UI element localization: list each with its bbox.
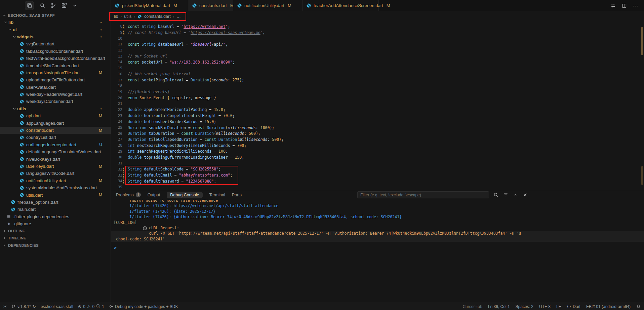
breadcrumb-lib[interactable]: lib xyxy=(114,14,118,19)
encoding-setting[interactable]: UTF-8 xyxy=(539,304,551,309)
code-line-26[interactable]: 26Duration tabDuration = const Duration(… xyxy=(111,130,644,137)
code-line-28[interactable]: 28int nextSearchRequestQueryTimeInMilliS… xyxy=(111,143,644,149)
debug-launch[interactable]: Debug my code + packages + SDK xyxy=(109,304,178,309)
tree-item-labelkeys-dart[interactable]: labelKeys.dartM xyxy=(0,163,111,170)
code-line-11[interactable]: 11const String databaseUrl = "$baseUrl/a… xyxy=(111,41,644,47)
console-line-7[interactable]: curl -X GET 'https://wrteam.net/api/staf… xyxy=(111,231,644,236)
tree-item-transportnavigationtile-dart[interactable]: transportNavigationTile.dartM xyxy=(0,69,111,76)
tree-item-weekdayheaderswidget-dart[interactable]: weekdayHeadersWidget.dart xyxy=(0,91,111,98)
code-line-17[interactable]: 17const socketPingInterval = Duration(se… xyxy=(111,77,644,83)
code-line-23[interactable]: 23double horizontalCompetitionListHeight… xyxy=(111,113,644,119)
console-filter-input[interactable] xyxy=(357,191,489,198)
tree-item-svgbutton-dart[interactable]: svgButton.dart xyxy=(0,40,111,47)
more-actions-icon[interactable]: ··· xyxy=(633,3,639,8)
code-line-32[interactable]: 32String defaultSchoolCode = "SCH2025558… xyxy=(111,166,644,172)
tree-item-countrylist-dart[interactable]: countryList.dart xyxy=(0,134,111,141)
console-line-6[interactable]: cURL Request: xyxy=(111,225,644,231)
remote-indicator[interactable]: >< xyxy=(3,305,7,308)
language-mode[interactable]: {} Dart xyxy=(567,304,580,309)
code-area[interactable]: 8const String baseUrl = "https://wrteam.… xyxy=(111,24,644,190)
code-line-25[interactable]: 25Duration snackBarDuration = const Dura… xyxy=(111,125,644,131)
open-changes-icon[interactable] xyxy=(610,3,616,8)
tree-item-gitignore[interactable]: .gitignore xyxy=(0,220,111,227)
tree-item-main-dart[interactable]: main.dart xyxy=(0,206,111,213)
code-line-18[interactable]: 18 xyxy=(111,83,644,89)
code-line-34[interactable]: 34String defaultPassword = "1234567888"; xyxy=(111,178,644,184)
console-prompt[interactable]: > xyxy=(114,245,117,250)
code-line-30[interactable]: 30double topPaddingOfErrorAndLoadingCont… xyxy=(111,154,644,160)
tree-item-timetableslotcontainer-dart[interactable]: timetableSlotContainer.dart xyxy=(0,62,111,69)
split-editor-icon[interactable] xyxy=(621,3,627,8)
code-line-33[interactable]: 33String defaultEmail = "abhay@netsofter… xyxy=(111,172,644,178)
code-line-12[interactable]: 12 xyxy=(111,47,644,53)
section-outline[interactable]: OUTLINE xyxy=(0,227,111,234)
code-line-22[interactable]: 22double appContentHorizontalPadding = 1… xyxy=(111,107,644,113)
tree-item-ui[interactable]: ui● xyxy=(0,26,111,33)
tree-item-uploadimageorfilebutton-dart[interactable]: uploadImageOrFileButton.dart xyxy=(0,76,111,83)
code-line-31[interactable]: 31 xyxy=(111,160,644,166)
branch-status[interactable]: v.1.8.1* ↻ xyxy=(11,304,36,309)
tree-item-textwithfadedbackgroundcontainer-dart[interactable]: textWithFadedBackgroundContainer.dart xyxy=(0,55,111,62)
code-line-27[interactable]: 27Duration tileCollapsedDuration = const… xyxy=(111,137,644,143)
breadcrumb-symbol[interactable]: … xyxy=(176,14,181,19)
project-name[interactable]: eschool-saas-staff xyxy=(41,304,73,309)
extensions-icon[interactable] xyxy=(61,3,67,8)
device-target[interactable]: EB2101 (android-arm64) xyxy=(586,304,631,309)
tree-item-curlloggerinterceptor-dart[interactable]: curlLoggerInterceptor.dartU xyxy=(0,141,111,148)
code-line-14[interactable]: 14const socketUrl = "ws://193.203.162.25… xyxy=(111,59,644,65)
tree-item-flutter-plugins-dependencies[interactable]: .flutter-plugins-dependencies xyxy=(0,213,111,220)
console-line-5[interactable]: [CURL_LOG] xyxy=(111,220,644,225)
tree-item-applanguages-dart[interactable]: appLanguages.dart xyxy=(0,119,111,126)
tree-item-useravatar-dart[interactable]: userAvatar.dart xyxy=(0,84,111,91)
filter-lines-icon[interactable] xyxy=(503,192,508,197)
tree-item-lib[interactable]: lib● xyxy=(0,19,111,26)
code-line-20[interactable]: 20enum SocketEvent { register, message } xyxy=(111,95,644,101)
tree-item-weekdayscontainer-dart[interactable]: weekdaysContainer.dart xyxy=(0,98,111,105)
search-icon[interactable] xyxy=(40,3,45,8)
editor-tab-constants-dart[interactable]: constants.dartM× xyxy=(188,0,233,11)
scrollbar-modified-decoration[interactable] xyxy=(641,27,643,55)
explorer-copy-icon[interactable] xyxy=(25,1,34,10)
code-line-13[interactable]: 13// our Socket url xyxy=(111,53,644,59)
tree-item-widgets[interactable]: widgets● xyxy=(0,33,111,40)
chevron-down-icon[interactable] xyxy=(72,3,78,8)
breadcrumb-utils[interactable]: utils xyxy=(124,14,131,19)
tab-output[interactable]: Output xyxy=(148,193,160,197)
chevron-up-icon[interactable] xyxy=(513,192,518,197)
tree-item-notificationutility-dart[interactable]: notificationUtility.dartM xyxy=(0,177,111,184)
source-control-icon[interactable] xyxy=(50,3,56,8)
editor-tab-pickedstudymaterial-dart[interactable]: pickedStudyMaterial.dartM xyxy=(111,0,188,11)
tree-item-tabbackgroundcontainer-dart[interactable]: tabBackgroundContainer.dart xyxy=(0,48,111,55)
code-line-35[interactable]: 35 xyxy=(111,184,644,190)
code-line-8[interactable]: 8const String baseUrl = "https://wrteam.… xyxy=(111,24,644,30)
console-line-4[interactable]: I/flutter (17426): {Authorization: Beare… xyxy=(111,214,644,220)
close-icon[interactable] xyxy=(523,192,528,197)
eol-setting[interactable]: LF xyxy=(556,304,561,309)
search-icon[interactable] xyxy=(493,192,498,197)
code-line-19[interactable]: 19///[Socket events] xyxy=(111,89,644,95)
editor-tab-notificationutility-dart[interactable]: notificationUtility.dartM xyxy=(233,0,303,11)
tab-ports[interactable]: Ports xyxy=(232,193,242,197)
code-line-10[interactable]: 10 xyxy=(111,35,644,41)
code-line-16[interactable]: 16// Web socket ping interval xyxy=(111,71,644,77)
tree-item-defaultlanguagetranslatedvalues-dart[interactable]: defaultLanguageTranslatedValues.dart xyxy=(0,148,111,155)
console-line-2[interactable]: I/flutter (17426): https://wrteam.net/ap… xyxy=(111,203,644,208)
bell-icon[interactable] xyxy=(636,304,641,309)
tree-item-firebase-options-dart[interactable]: firebase_options.dart xyxy=(0,199,111,206)
indentation-setting[interactable]: Spaces: 2 xyxy=(516,304,533,309)
tab-problems[interactable]: Problems 1 xyxy=(116,192,141,197)
tree-item-api-dart[interactable]: api.dartM xyxy=(0,112,111,119)
tree-item-hiveboxkeys-dart[interactable]: hiveBoxKeys.dart xyxy=(0,155,111,162)
cursor-position[interactable]: Ln 36, Col 1 xyxy=(488,304,510,309)
tree-item-utils[interactable]: utils● xyxy=(0,105,111,112)
problems-status[interactable]: ⊗ 0 ⚠ 0 ⓘ 1 xyxy=(78,304,104,309)
section-dependencies[interactable]: DEPENDENCIES xyxy=(0,242,111,249)
tab-terminal[interactable]: Terminal xyxy=(209,193,225,197)
code-line-9[interactable]: 9// const String baseUrl = "https://esch… xyxy=(111,30,644,36)
breadcrumb[interactable]: lib › utils › constants.dart › … xyxy=(114,13,181,20)
code-line-15[interactable]: 15 xyxy=(111,65,644,71)
code-line-21[interactable]: 21 xyxy=(111,101,644,107)
code-line-24[interactable]: 24double bottomsheetBorderRadius = 15.0; xyxy=(111,119,644,125)
console-line-1[interactable]: [GETX] GOING TO ROUTE /staffAttendance xyxy=(111,200,644,203)
tree-item-constants-dart[interactable]: constants.dartM xyxy=(0,127,111,134)
